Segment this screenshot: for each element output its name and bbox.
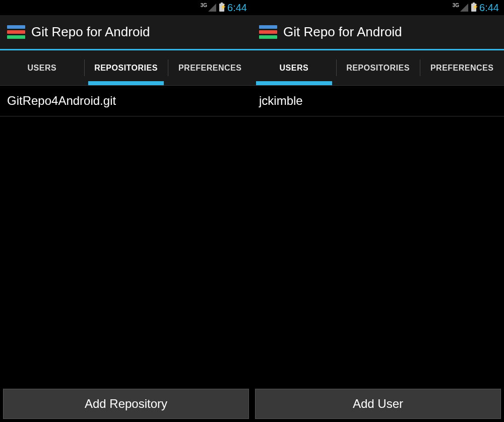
tab-preferences[interactable]: PREFERENCES <box>168 50 252 85</box>
screen-left: 3G ⚡ 6:44 Git Repo for Android USERS REP… <box>0 0 252 422</box>
app-header: Git Repo for Android <box>252 15 504 50</box>
list-item[interactable]: GitRepo4Android.git <box>0 86 252 116</box>
add-user-button[interactable]: Add User <box>255 389 501 419</box>
list-item-label: jckimble <box>259 94 303 107</box>
signal-icon <box>208 4 216 12</box>
tab-users[interactable]: USERS <box>0 50 84 85</box>
tab-label: USERS <box>28 64 57 73</box>
tab-label: PREFERENCES <box>430 64 494 73</box>
screen-right: 3G ⚡ 6:44 Git Repo for Android USERS REP… <box>252 0 504 422</box>
tab-preferences[interactable]: PREFERENCES <box>420 50 504 85</box>
network-label: 3G <box>453 3 459 8</box>
tab-label: USERS <box>280 64 309 73</box>
tab-repositories[interactable]: REPOSITORIES <box>336 50 420 85</box>
tab-repositories[interactable]: REPOSITORIES <box>84 50 168 85</box>
content-area: GitRepo4Android.git <box>0 86 252 386</box>
bottom-bar: Add Repository <box>0 386 252 422</box>
signal-icon <box>460 4 468 12</box>
list-item-label: GitRepo4Android.git <box>7 94 116 107</box>
app-title: Git Repo for Android <box>31 24 150 40</box>
tab-label: REPOSITORIES <box>346 64 410 73</box>
app-title: Git Repo for Android <box>283 24 402 40</box>
tab-label: REPOSITORIES <box>94 64 158 73</box>
list-item[interactable]: jckimble <box>252 86 504 116</box>
tab-label: PREFERENCES <box>178 64 242 73</box>
clock: 6:44 <box>227 2 247 14</box>
content-area: jckimble <box>252 86 504 386</box>
clock: 6:44 <box>479 2 499 14</box>
status-bar: 3G ⚡ 6:44 <box>0 0 252 15</box>
tab-bar: USERS REPOSITORIES PREFERENCES <box>0 50 252 86</box>
app-icon <box>7 23 25 41</box>
add-repository-button[interactable]: Add Repository <box>3 389 249 419</box>
app-icon <box>259 23 277 41</box>
tab-bar: USERS REPOSITORIES PREFERENCES <box>252 50 504 86</box>
tab-users[interactable]: USERS <box>252 50 336 85</box>
status-bar: 3G ⚡ 6:44 <box>252 0 504 15</box>
battery-icon: ⚡ <box>471 4 476 12</box>
app-header: Git Repo for Android <box>0 15 252 50</box>
bottom-bar: Add User <box>252 386 504 422</box>
network-label: 3G <box>201 3 207 8</box>
battery-icon: ⚡ <box>219 4 224 12</box>
